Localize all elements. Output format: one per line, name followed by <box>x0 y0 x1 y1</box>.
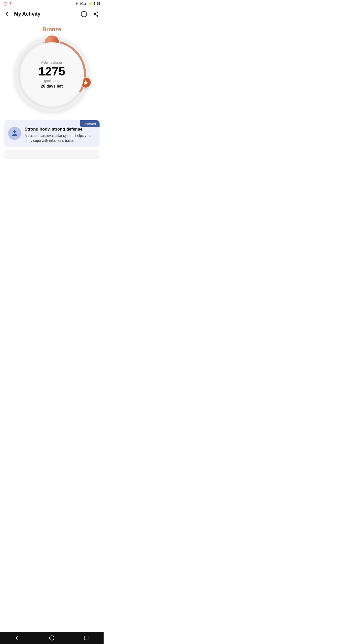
next-card-peek <box>4 150 100 159</box>
location-icon: 📍 <box>9 2 13 6</box>
days-left: 26 days left <box>41 84 63 89</box>
bluetooth-icon: ✱ <box>75 2 78 6</box>
info-card-icon-circle <box>8 127 21 140</box>
notification-icon: 📋 <box>3 2 7 6</box>
page-title: My Activity <box>13 11 78 17</box>
info-card-text: Strong body, strong defense A trained ca… <box>25 127 96 143</box>
status-left-icons: 📋 📍 <box>3 2 13 6</box>
app-bar: My Activity i <box>0 7 104 21</box>
tier-label: Bronze <box>42 26 61 33</box>
main-content: Bronze Activity points 1275 goal 3900 26… <box>0 21 104 159</box>
info-card-title: Strong body, strong defense <box>25 127 96 132</box>
back-button[interactable] <box>2 9 13 20</box>
activity-circle: Activity points 1275 goal 3900 26 days l… <box>14 37 89 112</box>
goal-label: goal 3900 <box>44 79 60 83</box>
info-button[interactable]: i <box>78 9 89 20</box>
svg-text:i: i <box>83 12 84 16</box>
share-button[interactable] <box>90 9 102 20</box>
svg-point-4 <box>13 130 16 133</box>
status-bar: 📋 📍 ✱ 4G▲ ⚡ 6:56 <box>0 0 104 7</box>
signal-icon: 4G▲ <box>79 2 87 6</box>
person-icon <box>11 130 18 137</box>
info-card: immune Strong body, strong defense A tra… <box>4 120 100 147</box>
battery-icon: ⚡ <box>88 2 92 6</box>
circle-inner: Activity points 1275 goal 3900 26 days l… <box>20 42 84 107</box>
status-right-icons: ✱ 4G▲ ⚡ 6:56 <box>75 2 101 6</box>
status-time: 6:56 <box>94 2 101 6</box>
points-label: Activity points <box>41 60 63 64</box>
points-value: 1275 <box>38 65 65 77</box>
app-bar-actions: i <box>78 9 102 20</box>
info-card-desc: A trained cardiovascular system helps yo… <box>25 133 96 143</box>
info-card-tag: immune <box>80 120 100 127</box>
